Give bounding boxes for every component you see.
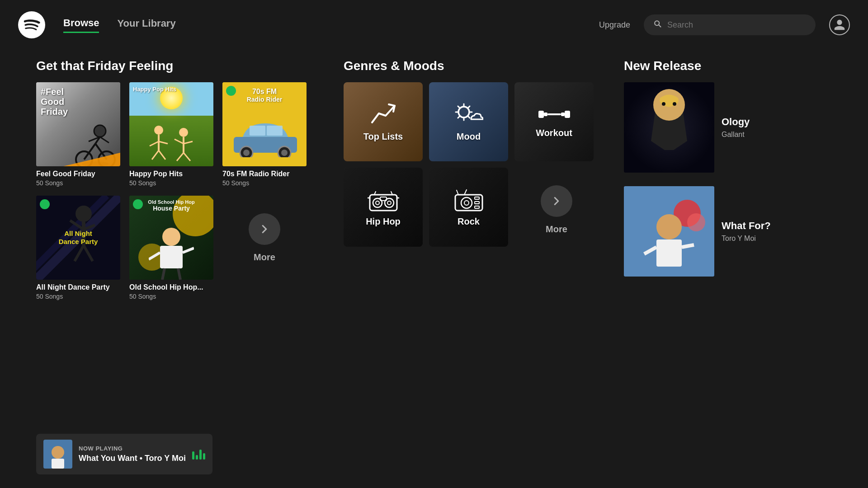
genre-grid: Top Lists — [344, 82, 606, 247]
new-releases-title: New Release — [624, 59, 845, 73]
feelgoodfriday-text: #FeelGoodFriday — [41, 87, 68, 117]
genre-workout-inner: Workout — [514, 82, 594, 161]
svg-point-39 — [162, 228, 180, 246]
upgrade-button[interactable]: Upgrade — [599, 20, 630, 30]
playlist-name-oldschool: Old School Hip Hop... — [129, 283, 213, 291]
new-release-info-whatfor: What For? Toro Y Moi — [714, 216, 778, 247]
genre-rock-inner: Rock — [429, 168, 508, 247]
svg-line-53 — [458, 117, 459, 118]
svg-line-16 — [159, 150, 165, 160]
svg-line-76 — [464, 190, 467, 195]
friday-more-label: More — [254, 252, 275, 263]
svg-line-21 — [177, 153, 184, 161]
genre-mood[interactable]: Mood — [429, 82, 508, 161]
svg-line-50 — [458, 106, 459, 108]
playlist-name-feelgoodfriday: Feel Good Friday — [36, 170, 120, 178]
new-release-whatfor[interactable]: What For? Toro Y Moi — [624, 186, 845, 277]
svg-line-41 — [149, 253, 160, 259]
search-icon — [653, 19, 662, 31]
svg-line-15 — [152, 150, 159, 160]
playlist-thumb-allnight: All NightDance Party — [36, 196, 120, 280]
genre-rock[interactable]: Rock — [429, 168, 508, 247]
playlist-feelgoodfriday[interactable]: #FeelGoodFriday Feel Good Friday 50 Song… — [36, 82, 120, 187]
playlist-allnight[interactable]: All NightDance Party All Night Dance Par… — [36, 196, 120, 300]
spotify-logo[interactable] — [18, 11, 45, 38]
header-right: Upgrade — [599, 14, 850, 35]
playlist-songs-oldschool: 50 Songs — [129, 293, 213, 300]
new-releases-section: New Release — [624, 59, 845, 443]
user-avatar[interactable] — [829, 14, 850, 35]
eq-bar-3 — [199, 450, 202, 460]
svg-point-61 — [376, 201, 379, 205]
svg-rect-74 — [475, 206, 479, 208]
genre-workout-label: Workout — [536, 128, 572, 138]
svg-point-25 — [243, 150, 250, 156]
main-nav: Browse Your Library — [63, 17, 176, 33]
svg-marker-10 — [36, 153, 120, 166]
playlist-thumb-feelgoodfriday: #FeelGoodFriday — [36, 82, 120, 166]
svg-line-43 — [162, 268, 165, 280]
now-playing-bar: NOW PLAYING What You Want • Toro Y Moi — [36, 434, 212, 474]
new-release-artist-ology: Gallant — [722, 131, 750, 139]
svg-line-52 — [468, 106, 470, 108]
svg-line-22 — [184, 153, 190, 161]
playlist-oldschool[interactable]: Old School Hip Hop House Party Old Schoo… — [129, 196, 213, 300]
nav-library[interactable]: Your Library — [117, 18, 175, 32]
playlist-70sfm[interactable]: 70s FM Radio Rider 70s FM Radio Rider 50… — [222, 82, 307, 187]
eq-bar-4 — [203, 453, 205, 460]
genre-mood-label: Mood — [457, 131, 481, 142]
svg-point-63 — [387, 201, 391, 205]
genre-hiphop[interactable]: Hip Hop — [344, 168, 423, 247]
svg-rect-28 — [250, 126, 265, 136]
now-playing-info: NOW PLAYING What You Want • Toro Y Moi — [79, 445, 186, 463]
svg-rect-55 — [544, 113, 547, 116]
playlist-name-70sfm: 70s FM Radio Rider — [222, 170, 307, 178]
svg-point-33 — [75, 206, 92, 222]
svg-line-9 — [100, 137, 109, 143]
equalizer-bars — [192, 449, 205, 460]
svg-line-89 — [682, 245, 694, 247]
genres-title: Genres & Moods — [344, 59, 606, 73]
playlist-grid: #FeelGoodFriday Feel Good Friday 50 Song… — [36, 82, 316, 300]
svg-point-45 — [458, 107, 469, 117]
main-content: Get that Friday Feeling — [0, 50, 868, 443]
svg-line-42 — [183, 248, 194, 253]
svg-rect-73 — [475, 202, 479, 204]
svg-point-27 — [281, 150, 288, 156]
now-playing-title: What You Want • Toro Y Moi — [79, 454, 186, 463]
svg-rect-58 — [565, 111, 570, 118]
new-release-artist-whatfor: Toro Y Moi — [722, 235, 771, 243]
genre-toplists-label: Top Lists — [363, 131, 403, 142]
search-input[interactable] — [667, 20, 807, 30]
friday-title: Get that Friday Feeling — [36, 59, 316, 73]
genre-hiphop-label: Hip Hop — [366, 216, 401, 227]
svg-rect-72 — [475, 197, 479, 199]
genre-toplists-inner: Top Lists — [344, 82, 423, 161]
nav-browse[interactable]: Browse — [63, 17, 99, 33]
svg-line-51 — [468, 117, 470, 118]
genre-toplists[interactable]: Top Lists — [344, 82, 423, 161]
svg-point-80 — [662, 102, 665, 106]
svg-point-11 — [154, 126, 163, 135]
svg-rect-92 — [52, 459, 64, 469]
svg-point-91 — [52, 446, 64, 459]
genre-rock-label: Rock — [458, 216, 480, 227]
playlist-thumb-happypophits: Happy Pop Hits — [129, 82, 213, 166]
friday-more-circle — [249, 213, 280, 245]
new-release-ology[interactable]: Ology Gallant — [624, 82, 845, 173]
svg-rect-29 — [267, 126, 283, 136]
playlist-name-happypophits: Happy Pop Hits — [129, 170, 213, 178]
svg-point-70 — [461, 197, 472, 208]
svg-rect-57 — [561, 113, 565, 116]
svg-line-13 — [150, 141, 159, 146]
svg-point-81 — [673, 102, 676, 106]
search-bar[interactable] — [644, 14, 816, 35]
genres-more-button[interactable]: More — [514, 168, 599, 252]
playlist-songs-allnight: 50 Songs — [36, 293, 120, 300]
new-release-name-whatfor: What For? — [722, 220, 771, 232]
svg-rect-87 — [656, 239, 682, 267]
friday-more-button[interactable]: More — [222, 196, 307, 280]
genre-workout[interactable]: Workout — [514, 82, 594, 161]
playlist-happypophits[interactable]: Happy Pop Hits Happy Pop Hits 50 Songs — [129, 82, 213, 187]
genres-more-circle — [541, 185, 572, 217]
